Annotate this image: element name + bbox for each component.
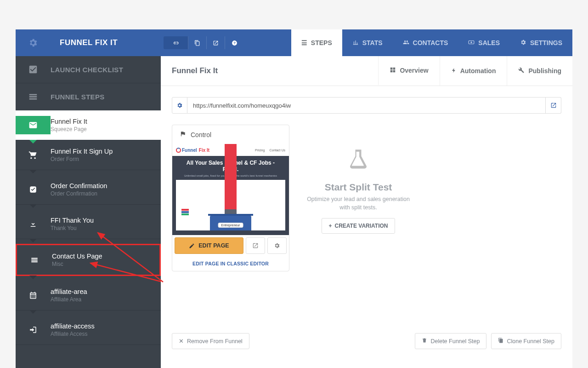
clone-icon — [498, 338, 503, 345]
step-item-order-confirmation[interactable]: Order Confirmation Order Confirmation — [16, 175, 161, 205]
card-actions: EDIT PAGE — [172, 235, 289, 256]
url-settings-button[interactable] — [172, 97, 187, 114]
trash-icon — [422, 338, 427, 345]
step-item-contact-us[interactable]: Contact Us Page Misc — [16, 244, 161, 276]
step-title: Contact Us Page — [52, 253, 102, 260]
cart-icon — [16, 146, 51, 164]
tab-stats[interactable]: STATS — [342, 29, 393, 56]
subtab-automation[interactable]: Automation — [440, 56, 507, 86]
step-title: FFI Thank You — [51, 217, 94, 224]
control-label: Control — [191, 131, 211, 138]
money-icon — [468, 39, 475, 47]
step-item-affiliate-access[interactable]: affiliate-access Affiliate Access — [16, 315, 161, 345]
sidebar-label: LAUNCH CHECKLIST — [51, 66, 123, 74]
button-label: Remove From Funnel — [187, 338, 243, 345]
grid-icon — [390, 67, 396, 75]
subtab-publishing[interactable]: Publishing — [507, 56, 572, 86]
plus-icon: + — [328, 223, 332, 229]
external-link-icon[interactable] — [207, 36, 225, 49]
step-item-squeeze[interactable]: Funnel Fix It Squeeze Page — [16, 110, 161, 140]
svg-rect-7 — [390, 67, 393, 69]
sidebar-launch-checklist[interactable]: LAUNCH CHECKLIST — [16, 56, 161, 83]
nav-tabs: ☰ STEPS STATS CONTACTS SALES SETTINGS — [291, 29, 572, 56]
split-test-description: Optimize your lead and sales generation … — [305, 196, 412, 212]
tab-settings[interactable]: SETTINGS — [510, 29, 572, 56]
tab-sales[interactable]: SALES — [458, 29, 510, 56]
create-variation-button[interactable]: + CREATE VARIATION — [322, 218, 395, 234]
flask-icon — [305, 148, 412, 173]
svg-text:?: ? — [233, 41, 236, 45]
bolt-icon — [451, 67, 457, 75]
step-item-signup[interactable]: Funnel Fix It Sign Up Order Form — [16, 140, 161, 170]
clone-step-button[interactable]: Clone Funnel Step — [491, 333, 561, 349]
step-title: Funnel Fix It — [51, 118, 87, 125]
gear-icon[interactable] — [16, 29, 51, 56]
link-icon[interactable] — [164, 36, 188, 49]
footer-actions: ✕ Remove From Funnel Delete Funnel Step … — [161, 322, 572, 360]
body: LAUNCH CHECKLIST FUNNEL STEPS Funnel Fix… — [16, 56, 572, 368]
page-title: Funnel Fix It — [161, 56, 378, 86]
split-test-panel: Start Split Test Optimize your lead and … — [303, 125, 413, 271]
calendar-icon — [16, 286, 51, 305]
content-row: Control FunnelFix It PricingContact Us A… — [161, 125, 572, 271]
edit-page-button[interactable]: EDIT PAGE — [175, 237, 243, 254]
step-subtitle: Thank You — [51, 225, 94, 231]
chart-icon — [352, 39, 359, 47]
button-label: Clone Funnel Step — [507, 338, 554, 345]
gear-icon — [520, 39, 526, 47]
preview-logo-text: Funnel — [182, 148, 197, 153]
close-icon: ✕ — [179, 338, 184, 345]
step-subtitle: Misc — [52, 261, 102, 267]
download-icon — [16, 215, 51, 233]
tab-label: STATS — [362, 39, 383, 46]
open-page-button[interactable] — [246, 237, 265, 254]
envelope-icon — [16, 116, 51, 134]
remove-from-funnel-button[interactable]: ✕ Remove From Funnel — [172, 333, 249, 349]
subtab-label: Publishing — [528, 67, 561, 75]
button-label: EDIT PAGE — [198, 242, 229, 249]
step-subtitle: Affiliate Area — [51, 296, 87, 303]
app-title: FUNNEL FIX IT — [51, 29, 127, 56]
page-preview[interactable]: FunnelFix It PricingContact Us All Your … — [172, 144, 289, 235]
sidebar-funnel-steps[interactable]: FUNNEL STEPS — [16, 83, 161, 110]
button-label: Delete Funnel Step — [430, 338, 480, 345]
classic-editor-link[interactable]: EDIT PAGE IN CLASSIC EDITOR — [172, 256, 289, 271]
tab-label: STEPS — [311, 39, 332, 46]
toolbar-buttons: ? — [164, 29, 243, 56]
copy-icon[interactable] — [188, 36, 207, 49]
page-variation-card: Control FunnelFix It PricingContact Us A… — [172, 125, 289, 271]
preview-badge: Entrepreneur — [218, 223, 243, 228]
tab-contacts[interactable]: CONTACTS — [393, 29, 458, 56]
step-subtitle: Affiliate Access — [51, 331, 95, 337]
subtab-label: Overview — [400, 67, 428, 74]
subtabs: Overview Automation Publishing — [378, 56, 572, 86]
step-item-affiliate-area[interactable]: affiliate-area Affiliate Area — [16, 281, 161, 310]
top-bar: FUNNEL FIX IT ? ☰ STEPS STATS CONTACTS — [16, 29, 572, 56]
step-title: affiliate-area — [51, 288, 87, 295]
url-input[interactable] — [187, 97, 546, 114]
subtab-overview[interactable]: Overview — [378, 56, 439, 86]
step-subtitle: Squeeze Page — [51, 126, 87, 132]
delete-step-button[interactable]: Delete Funnel Step — [415, 333, 486, 349]
step-item-thank-you[interactable]: FFI Thank You Thank You — [16, 209, 161, 239]
tab-steps[interactable]: ☰ STEPS — [291, 29, 342, 56]
sidebar-label: FUNNEL STEPS — [51, 93, 105, 101]
preview-nav: Contact Us — [269, 149, 285, 152]
page-settings-button[interactable] — [267, 237, 287, 254]
flag-icon — [180, 131, 186, 138]
checklist-icon — [16, 64, 51, 75]
preview-nav: Pricing — [255, 149, 265, 152]
step-subtitle: Order Form — [51, 156, 113, 162]
app-window: FUNNEL FIX IT ? ☰ STEPS STATS CONTACTS — [16, 29, 572, 368]
users-icon — [403, 39, 409, 47]
check-square-icon — [16, 180, 51, 199]
login-icon — [16, 321, 51, 339]
sidebar: LAUNCH CHECKLIST FUNNEL STEPS Funnel Fix… — [16, 56, 161, 368]
svg-point-3 — [471, 41, 473, 43]
step-title: Funnel Fix It Sign Up — [51, 148, 113, 155]
help-icon[interactable]: ? — [225, 36, 243, 49]
menu-icon — [16, 92, 51, 102]
url-open-button[interactable] — [546, 97, 561, 114]
main-content: Funnel Fix It Overview Automation Publis… — [161, 56, 572, 368]
menu-icon — [17, 251, 52, 269]
